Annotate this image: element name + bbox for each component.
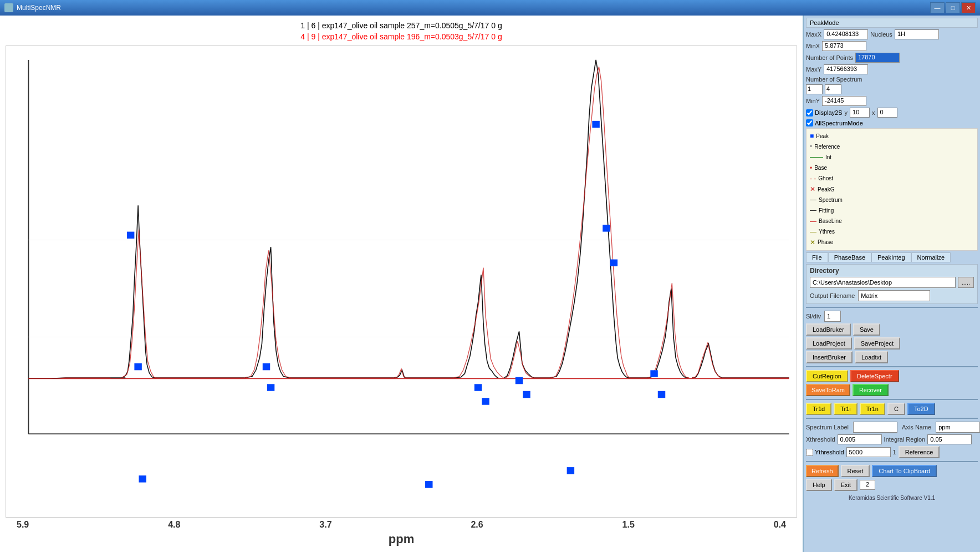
all-spectrum-checkbox-label[interactable]: AllSpectrumMode xyxy=(806,119,863,126)
tr1d-button[interactable]: Tr1d xyxy=(806,403,831,415)
minX-row: MinX 5.8773 xyxy=(806,41,978,51)
tr-row: Tr1d Tr1i Tr1n C To2D xyxy=(806,403,978,415)
display2s-checkbox-label[interactable]: Display2S xyxy=(806,109,843,117)
legend-reference-label: Reference xyxy=(814,143,840,151)
c-button[interactable]: C xyxy=(887,403,905,415)
save-button[interactable]: Save xyxy=(853,323,880,336)
load-txt-button[interactable]: Loadtxt xyxy=(855,351,888,363)
chart-to-clipboard-button[interactable]: Chart To ClipBoard xyxy=(872,465,937,477)
svg-rect-8 xyxy=(139,475,146,482)
svg-rect-15 xyxy=(523,391,530,398)
divider-3 xyxy=(806,399,978,400)
directory-section: Directory ..... Output Filename xyxy=(806,264,978,304)
minimize-button[interactable]: — xyxy=(930,2,945,13)
load-project-button[interactable]: LoadProject xyxy=(806,337,852,350)
tab-peakinteg[interactable]: PeakInteg xyxy=(871,252,911,262)
num-spectrum-4[interactable]: 4 xyxy=(825,84,841,94)
svg-rect-0 xyxy=(6,46,797,517)
load-bruker-button[interactable]: LoadBruker xyxy=(806,323,851,336)
num-points-row: Number of Points 17870 xyxy=(806,53,978,63)
tab-file[interactable]: File xyxy=(806,252,828,262)
output-filename-input[interactable] xyxy=(858,290,930,301)
legend-baseline-label: BaseLine xyxy=(819,217,842,226)
app-icon xyxy=(4,3,13,12)
titlebar: MultiSpecNMR — □ ✕ xyxy=(0,0,980,16)
load-project-row: LoadProject SaveProject xyxy=(806,337,978,350)
save-project-button[interactable]: SaveProject xyxy=(854,337,900,350)
help-button[interactable]: Help xyxy=(806,479,832,491)
svg-rect-16 xyxy=(567,467,574,474)
reference-button[interactable]: Reference xyxy=(899,446,940,458)
display2s-y-label: y xyxy=(845,109,848,116)
display2s-checkbox[interactable] xyxy=(806,109,813,117)
minY-value[interactable]: -24145 xyxy=(822,96,866,106)
display2s-x-label: x xyxy=(872,109,875,116)
app-title: MultiSpecNMR xyxy=(17,4,61,12)
chart-title-red: 4 | 9 | exp147_olive oil sample 196_m=0.… xyxy=(6,32,797,41)
to2d-button[interactable]: To2D xyxy=(907,403,935,415)
num-points-value[interactable]: 17870 xyxy=(855,53,900,63)
all-spectrum-label: AllSpectrumMode xyxy=(815,120,863,126)
tr1i-button[interactable]: Tr1i xyxy=(834,403,858,415)
x-label-5: 1.5 xyxy=(622,520,635,530)
si-div-input[interactable] xyxy=(824,311,841,322)
maxX-value[interactable]: 0.42408133 xyxy=(824,29,868,39)
insert-bruker-button[interactable]: InsertBruker xyxy=(806,351,853,363)
display2s-x-input[interactable]: 0 xyxy=(877,108,897,118)
legend-peak-icon: ■ xyxy=(810,131,814,141)
svg-rect-11 xyxy=(425,481,432,488)
chart-title-black: 1 | 6 | exp147_olive oil sample 257_m=0.… xyxy=(6,21,797,30)
maxX-label: MaxX xyxy=(806,31,821,38)
x-axis-title: ppm xyxy=(6,532,797,546)
window-controls[interactable]: — □ ✕ xyxy=(930,2,976,13)
save-to-ram-button[interactable]: SaveToRam xyxy=(806,384,850,396)
num-spectrum-1[interactable]: 1 xyxy=(806,84,823,94)
display2s-y-input[interactable]: 10 xyxy=(850,108,870,118)
tabs-row[interactable]: File PhaseBase PeakInteg Normalize xyxy=(806,252,978,262)
tr1n-button[interactable]: Tr1n xyxy=(860,403,885,415)
recover-button[interactable]: Recover xyxy=(853,384,889,396)
all-spectrum-checkbox[interactable] xyxy=(806,119,813,126)
x-label-6: 0.4 xyxy=(774,520,786,530)
ythreshold-input[interactable] xyxy=(846,447,891,457)
tab-normalize[interactable]: Normalize xyxy=(911,252,951,262)
svg-rect-10 xyxy=(267,384,274,391)
maximize-button[interactable]: □ xyxy=(946,2,960,13)
spectrum-label-label: Spectrum Label xyxy=(806,424,849,431)
tab-phasebase[interactable]: PhaseBase xyxy=(828,252,871,262)
xthreshold-input[interactable] xyxy=(838,434,882,444)
legend-ghost-icon: - - xyxy=(810,174,816,184)
exit-button[interactable]: Exit xyxy=(834,479,858,491)
legend-area: ■ Peak • Reference —— Int • Base - - Gho… xyxy=(806,128,978,251)
ythreshold-checkbox-label[interactable]: Ythreshold xyxy=(806,449,844,456)
load-save-row: LoadBruker Save xyxy=(806,323,978,336)
svg-rect-13 xyxy=(482,398,489,404)
spectrum-label-input[interactable] xyxy=(853,422,897,433)
delete-spectr-button[interactable]: DeleteSpectr xyxy=(850,370,899,382)
chart-container[interactable] xyxy=(6,45,797,518)
output-filename-row: Output Filename xyxy=(810,290,974,301)
x-label-1: 5.9 xyxy=(17,520,29,530)
refresh-button[interactable]: Refresh xyxy=(806,465,839,477)
ythreshold-checkbox[interactable] xyxy=(806,449,813,456)
close-button[interactable]: ✕ xyxy=(961,2,976,13)
axis-name-input[interactable] xyxy=(936,422,980,433)
legend-peak: ■ Peak xyxy=(810,131,974,141)
cut-region-button[interactable]: CutRegion xyxy=(806,370,848,382)
maxY-value[interactable]: 417566393 xyxy=(824,64,868,74)
legend-spectrum-icon: — xyxy=(810,195,816,205)
legend-phase-label: Phase xyxy=(818,238,833,247)
x-label-4: 2.6 xyxy=(471,520,483,530)
reset-button[interactable]: Reset xyxy=(841,465,870,477)
legend-peakg-label: PeakG xyxy=(818,185,835,194)
directory-input[interactable] xyxy=(810,277,956,288)
minX-value[interactable]: 5.8773 xyxy=(822,41,866,51)
nucleus-value[interactable]: 1H xyxy=(895,29,939,39)
directory-browse-button[interactable]: ..... xyxy=(958,277,974,288)
bottom-num[interactable]: 2 xyxy=(860,480,875,490)
integral-region-input[interactable] xyxy=(927,434,972,444)
legend-baseline: — BaseLine xyxy=(810,216,974,227)
legend-phase: ✕ Phase xyxy=(810,237,974,248)
minY-label: MinY xyxy=(806,98,820,104)
ythreshold-label: Ythreshold xyxy=(815,449,844,455)
